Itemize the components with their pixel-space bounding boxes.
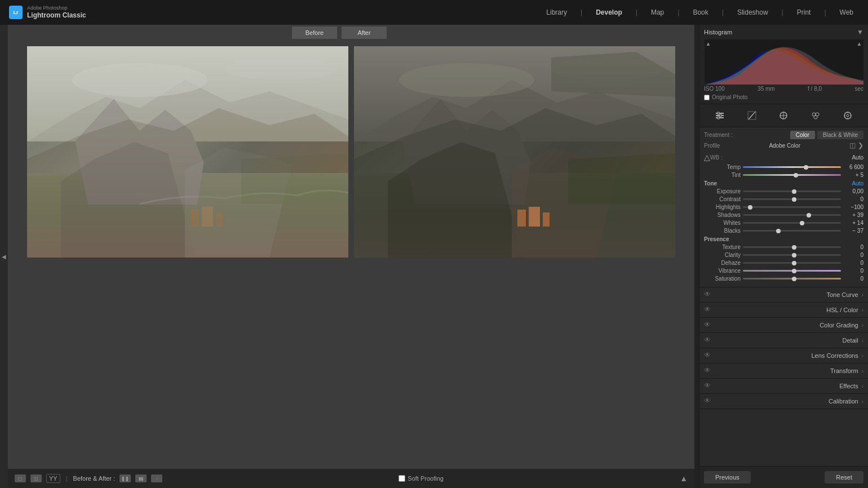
saturation-slider-track[interactable] [743, 278, 841, 280]
dehaze-label: Dehaze [704, 260, 741, 266]
left-panel[interactable]: ◀ [0, 25, 8, 488]
blacks-slider-track[interactable] [743, 230, 841, 232]
previous-button[interactable]: Previous [704, 471, 751, 483]
shadows-slider-track[interactable] [743, 214, 841, 216]
color-grading-eye-icon[interactable]: 👁 [704, 321, 713, 330]
tone-curve-eye-icon[interactable]: 👁 [704, 290, 713, 299]
bottom-arrow-up-icon[interactable]: ▲ [680, 474, 688, 483]
calibration-chevron-icon[interactable]: › [862, 398, 863, 405]
whites-slider-thumb[interactable] [800, 221, 804, 225]
clarity-slider-track[interactable] [743, 254, 841, 256]
tone-auto-btn[interactable]: Auto [852, 180, 863, 187]
tone-label: Tone [704, 180, 717, 187]
saturation-slider-row: Saturation 0 [704, 276, 863, 282]
whites-slider-track[interactable] [743, 222, 841, 224]
color-grading-icon-tool[interactable] [808, 108, 823, 123]
texture-slider-track[interactable] [743, 246, 841, 248]
bw-btn[interactable]: Black & White [817, 131, 863, 139]
nav-map[interactable]: Map [645, 6, 670, 19]
after-overlay [354, 46, 675, 258]
nav-develop[interactable]: Develop [590, 6, 628, 19]
highlights-clip-icon[interactable]: ▲ [857, 41, 862, 47]
blacks-slider-row: Blacks − 37 [704, 228, 863, 234]
effects-chevron-icon[interactable]: › [862, 383, 863, 389]
effects-panel-row[interactable]: 👁 Effects › [699, 379, 868, 394]
contrast-slider-row: Contrast 0 [704, 196, 863, 202]
detail-chevron-icon[interactable]: › [862, 338, 863, 344]
basic-panel-icon[interactable] [712, 108, 728, 123]
highlights-slider-track[interactable] [743, 206, 841, 208]
saturation-slider-thumb[interactable] [792, 277, 796, 281]
transform-eye-icon[interactable]: 👁 [704, 366, 713, 375]
profile-grid-icon[interactable]: ◫ [849, 141, 856, 149]
original-photo-checkbox[interactable] [704, 95, 710, 100]
hsl-icon[interactable] [776, 108, 791, 123]
tone-curve-panel-row[interactable]: 👁 Tone Curve › [699, 287, 868, 303]
tone-curve-chevron-icon[interactable]: › [862, 292, 863, 298]
detail-panel-row[interactable]: 👁 Detail › [699, 333, 868, 348]
nav-print[interactable]: Print [791, 6, 817, 19]
yy-label[interactable]: YY [46, 474, 60, 483]
histogram-canvas: ▲ ▲ [705, 39, 863, 85]
dehaze-slider-track[interactable] [743, 262, 841, 264]
app-full-name: Lightroom Classic [27, 11, 86, 19]
nav-book[interactable]: Book [687, 6, 714, 19]
clarity-slider-row: Clarity 0 [704, 252, 863, 258]
color-btn[interactable]: Color [790, 131, 815, 139]
soft-proofing-checkbox[interactable] [398, 475, 405, 482]
wb-header-row: △ WB : Auto [704, 153, 863, 162]
exposure-slider-thumb[interactable] [792, 189, 796, 194]
detail-icon[interactable] [840, 108, 856, 123]
shadows-clip-icon[interactable]: ▲ [706, 41, 711, 47]
compare-icon-3[interactable]: ▫ [151, 474, 162, 482]
lens-corrections-chevron-icon[interactable]: › [862, 353, 863, 359]
calibration-panel-label: Calibration [716, 398, 858, 405]
vibrance-slider-track[interactable] [743, 270, 841, 272]
clarity-slider-thumb[interactable] [792, 253, 796, 258]
dehaze-slider-thumb[interactable] [792, 261, 796, 265]
tint-slider-row: Tint + 5 [704, 172, 863, 178]
compare-icon-1[interactable]: ❚❚ [119, 474, 131, 482]
view-grid-icon[interactable]: ◫ [30, 474, 42, 482]
histogram-expand-icon[interactable]: ▼ [857, 28, 863, 36]
tint-slider-track[interactable] [743, 174, 841, 176]
hsl-color-panel-row[interactable]: 👁 HSL / Color › [699, 303, 868, 318]
nav-web[interactable]: Web [834, 6, 859, 19]
nav-library[interactable]: Library [541, 6, 573, 19]
blacks-slider-thumb[interactable] [776, 229, 781, 233]
exposure-slider-track[interactable] [743, 190, 841, 192]
left-panel-arrow-icon[interactable]: ◀ [2, 254, 6, 260]
detail-eye-icon[interactable]: 👁 [704, 336, 713, 345]
color-grading-panel-row[interactable]: 👁 Color Grading › [699, 318, 868, 333]
temp-slider-thumb[interactable] [804, 165, 808, 170]
hsl-chevron-icon[interactable]: › [862, 307, 863, 313]
compare-icon-2[interactable]: ▮▮ [135, 474, 147, 482]
vibrance-slider-thumb[interactable] [792, 269, 796, 273]
color-grading-chevron-icon[interactable]: › [862, 322, 863, 329]
wb-eyedropper-icon[interactable]: △ [704, 153, 710, 162]
tint-slider-thumb[interactable] [794, 173, 798, 178]
shadows-slider-thumb[interactable] [807, 213, 811, 218]
texture-slider-thumb[interactable] [792, 245, 796, 250]
contrast-slider-thumb[interactable] [792, 197, 796, 202]
temp-slider-track[interactable] [743, 166, 841, 168]
effects-eye-icon[interactable]: 👁 [704, 381, 713, 391]
tool-icons-row [699, 104, 868, 127]
profile-expand-icon[interactable]: ❯ [858, 141, 863, 149]
transform-panel-row[interactable]: 👁 Transform › [699, 363, 868, 379]
contrast-slider-track[interactable] [743, 198, 841, 200]
transform-chevron-icon[interactable]: › [862, 368, 863, 374]
view-single-icon[interactable]: ▢ [15, 474, 26, 482]
tone-curve-icon[interactable] [744, 108, 760, 123]
nav-slideshow[interactable]: Slideshow [732, 6, 774, 19]
highlights-slider-thumb[interactable] [748, 205, 752, 210]
lens-corrections-panel-row[interactable]: 👁 Lens Corrections › [699, 348, 868, 363]
hsl-eye-icon[interactable]: 👁 [704, 305, 713, 314]
shutter-value: sec [854, 86, 863, 92]
reset-button[interactable]: Reset [825, 471, 863, 483]
lens-corrections-eye-icon[interactable]: 👁 [704, 351, 713, 360]
calibration-eye-icon[interactable]: 👁 [704, 397, 713, 406]
before-photo [27, 46, 348, 258]
calibration-panel-row[interactable]: 👁 Calibration › [699, 394, 868, 409]
temp-value: 6 600 [843, 164, 863, 170]
